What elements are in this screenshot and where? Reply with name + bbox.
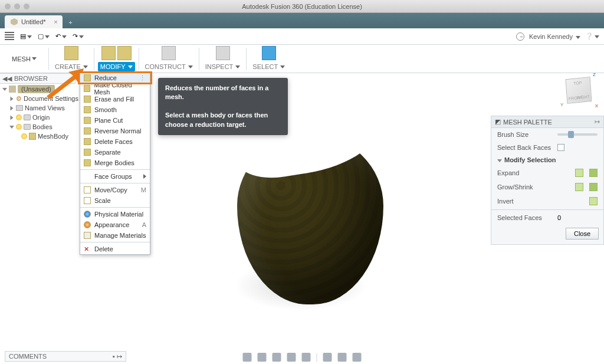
palette-expand: Expand <box>491 166 603 180</box>
create-icon[interactable] <box>64 46 78 60</box>
menu-item-move-copy[interactable]: Move/CopyM <box>80 185 150 195</box>
menu-item-appearance[interactable]: AppearanceA <box>80 219 150 230</box>
menu-item-separate[interactable]: Separate <box>80 147 150 158</box>
help-icon[interactable]: ❔ <box>585 32 599 40</box>
close-palette-button[interactable]: Close <box>566 228 599 240</box>
menu-item-merge-bodies[interactable]: Merge Bodies <box>80 158 150 168</box>
reverse-normal-icon <box>84 127 91 135</box>
construct-icon[interactable] <box>162 46 176 60</box>
make-closed-icon <box>84 85 90 92</box>
job-status-icon[interactable] <box>516 32 524 41</box>
zoom-icon[interactable] <box>287 353 296 362</box>
erase-fill-icon <box>84 96 91 103</box>
user-menu[interactable]: Kevin Kennedy <box>529 33 580 40</box>
select-icon[interactable] <box>262 46 276 60</box>
document-tab[interactable]: Untitled* × <box>5 15 63 28</box>
menu-item-face-groups[interactable]: Face Groups <box>80 171 150 182</box>
viewcube[interactable]: TOP FRONT RIGHT Z Y X <box>564 76 595 106</box>
menu-item-options-icon[interactable]: ⋮ <box>139 74 146 82</box>
ribbon-group-construct[interactable]: CONSTRUCT <box>139 45 199 73</box>
display-settings-icon[interactable] <box>323 353 332 362</box>
palette-invert: Invert <box>491 194 603 208</box>
pan-icon[interactable] <box>273 353 281 362</box>
mesh-palette: ◩ MESH PALETTE ↦ Brush Size Select Back … <box>491 116 604 245</box>
menu-item-smooth[interactable]: Smooth <box>80 104 150 115</box>
workspace-switcher[interactable]: MESH <box>0 45 48 73</box>
palette-header[interactable]: ◩ MESH PALETTE ↦ <box>491 116 603 128</box>
inspect-icon[interactable] <box>216 46 230 60</box>
menu-item-manage-materials[interactable]: Manage Materials <box>80 230 150 241</box>
ribbon-group-modify[interactable]: MODIFY <box>94 45 139 73</box>
move-icon <box>84 186 91 194</box>
visibility-icon[interactable] <box>21 133 27 139</box>
visibility-icon[interactable] <box>16 124 22 130</box>
save-icon[interactable]: ▢ <box>38 32 50 40</box>
pin-icon[interactable]: ↦ <box>595 118 600 126</box>
viewport-settings-icon[interactable] <box>353 353 362 362</box>
delete-icon: ✕ <box>84 245 91 253</box>
expand-icon-2[interactable] <box>589 169 598 177</box>
palette-back-faces: Select Back Faces <box>491 141 603 154</box>
app-title: Autodesk Fusion 360 (Education License) <box>0 3 604 10</box>
invert-icon[interactable] <box>589 197 598 205</box>
menu-item-scale[interactable]: Scale <box>80 195 150 206</box>
navigation-bar <box>243 353 362 362</box>
back-faces-checkbox[interactable] <box>557 144 564 151</box>
modify-icon-2[interactable] <box>117 46 132 60</box>
smooth-icon <box>84 106 91 113</box>
redo-icon[interactable]: ↷ <box>73 32 84 40</box>
folder-icon <box>16 105 23 111</box>
mac-titlebar: Autodesk Fusion 360 (Education License) <box>0 0 604 13</box>
data-panel-icon[interactable] <box>5 32 14 41</box>
fit-icon[interactable] <box>302 353 311 362</box>
separate-icon <box>84 149 91 156</box>
palette-brush-size: Brush Size <box>491 128 603 141</box>
close-tab-icon[interactable]: × <box>54 18 57 25</box>
mesh-icon <box>29 133 36 140</box>
palette-grow-shrink: Grow/Shrink <box>491 180 603 194</box>
grid-settings-icon[interactable] <box>338 353 347 362</box>
material-icon <box>84 211 91 218</box>
file-menu-icon[interactable]: ▤ <box>20 32 32 40</box>
new-tab-button[interactable]: + <box>65 17 77 28</box>
axis-x: X <box>595 103 598 109</box>
viewcube-cube[interactable]: TOP FRONT RIGHT <box>566 77 592 104</box>
ribbon-group-select[interactable]: SELECT <box>247 45 291 73</box>
quick-access-toolbar: ▤ ▢ ↶ ↷ Kevin Kennedy ❔ <box>0 28 604 45</box>
axis-y: Y <box>560 102 563 107</box>
modify-icon-1[interactable] <box>101 46 116 60</box>
menu-item-make-closed[interactable]: Make Closed Mesh <box>80 83 150 94</box>
visibility-icon[interactable] <box>16 114 22 120</box>
undo-icon[interactable]: ↶ <box>55 32 67 40</box>
document-tab-title: Untitled* <box>21 18 46 25</box>
folder-icon <box>24 114 31 120</box>
collapse-browser-icon[interactable]: ◀◀ <box>2 75 12 83</box>
tooltip: Reduces the number of faces in a mesh. S… <box>158 78 288 135</box>
orbit-icon[interactable] <box>243 353 252 362</box>
scale-icon <box>84 197 91 204</box>
tooltip-title: Reduces the number of faces in a mesh. <box>165 84 268 100</box>
pin-icon[interactable]: ▪ ↦ <box>113 353 122 360</box>
menu-item-delete-faces[interactable]: Delete Faces <box>80 136 150 147</box>
menu-item-reverse-normal[interactable]: Reverse Normal <box>80 126 150 136</box>
brush-size-slider[interactable] <box>557 133 598 136</box>
component-icon <box>9 86 16 93</box>
ribbon: MESH CREATE MODIFY CONSTRUCT INSPECT SEL… <box>0 45 604 73</box>
axis-z: Z <box>593 72 596 77</box>
appearance-icon <box>84 221 91 228</box>
palette-section-modify[interactable]: Modify Selection <box>491 154 603 166</box>
menu-item-physical-material[interactable]: Physical Material <box>80 209 150 219</box>
menu-item-delete[interactable]: ✕Delete <box>80 244 150 254</box>
palette-icon: ◩ <box>495 118 501 126</box>
grow-icon[interactable] <box>575 183 583 191</box>
comments-panel[interactable]: COMMENTS ▪ ↦ <box>5 351 126 362</box>
look-at-icon[interactable] <box>258 353 267 362</box>
document-icon <box>11 18 18 25</box>
expand-icon-1[interactable] <box>575 169 583 177</box>
palette-selected-faces: Selected Faces0 <box>491 211 603 224</box>
merge-bodies-icon <box>84 159 91 166</box>
shrink-icon[interactable] <box>589 183 598 191</box>
menu-item-plane-cut[interactable]: Plane Cut <box>80 115 150 126</box>
ribbon-group-inspect[interactable]: INSPECT <box>199 45 247 73</box>
manage-materials-icon <box>84 232 91 239</box>
